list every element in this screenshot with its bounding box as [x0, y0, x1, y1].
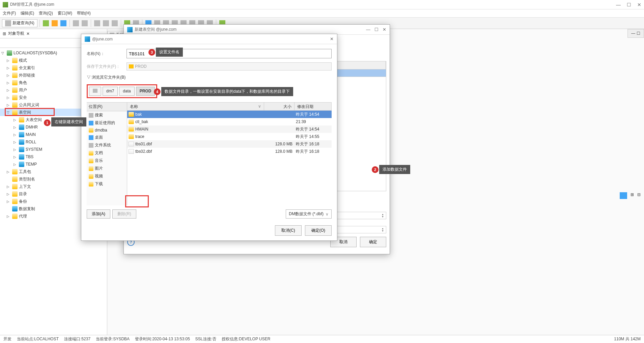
folder-icon	[12, 87, 18, 93]
col-name[interactable]: 名称 ∨	[127, 103, 264, 110]
menu-help[interactable]: 帮助(H)	[77, 10, 91, 16]
file-date: 昨天于 14:55	[295, 134, 332, 140]
dialog-icon	[127, 27, 133, 32]
menu-edit[interactable]: 编辑(E)	[21, 10, 34, 16]
menu-window[interactable]: 窗口(W)	[58, 10, 72, 16]
redo-button[interactable]	[81, 19, 89, 27]
minimize-view-icon[interactable]: —	[631, 31, 635, 36]
disk-icon	[89, 143, 93, 148]
server-icon	[7, 50, 12, 56]
file-list[interactable]: 名称 ∨ 大小 修改日期 bak昨天于 14:54ctl_bak21:39HMA…	[127, 103, 332, 205]
savein-row: 保存于文件夹(F)： PROD	[87, 62, 332, 70]
menu-file[interactable]: 文件(F)	[3, 10, 16, 16]
file-name: tbs01.dbf	[135, 142, 264, 146]
folder-icon	[12, 95, 18, 100]
maximize-button[interactable]: ☐	[627, 2, 631, 7]
export-icon	[60, 20, 66, 26]
breadcrumb-root[interactable]	[89, 87, 101, 96]
expand-icon[interactable]: ▽	[1, 51, 5, 55]
file-row[interactable]: tbs01.dbf128.0 MB昨天于 16:18	[127, 140, 332, 148]
sidebar-dmdba[interactable]: dmdba	[87, 127, 127, 134]
savein-combo[interactable]: PROD	[127, 62, 332, 70]
right-view-controls: ⊞ ⊟	[620, 192, 641, 199]
breadcrumb-prod[interactable]: PROD	[136, 87, 155, 96]
file-name: ctl_bak	[135, 119, 264, 124]
annotation-tooltip-2: 添加数据文件	[379, 165, 410, 174]
file-date: 21:39	[295, 119, 332, 124]
file-list-header: 名称 ∨ 大小 修改日期	[127, 103, 332, 111]
tb-icon-6[interactable]	[93, 19, 101, 27]
folder-icon	[12, 110, 18, 115]
tb-icon-1[interactable]	[42, 19, 50, 27]
breadcrumb-dm7[interactable]: dm7	[103, 87, 118, 96]
annotation-tooltip-4: 数据文件目录，一般设置在安装目录的data下，和数据库同名的目录下	[161, 87, 293, 96]
tb-icon-3[interactable]	[59, 19, 67, 27]
sidebar-videos[interactable]: 视频	[87, 172, 127, 180]
file-date: 昨天于 14:54	[295, 112, 332, 117]
folder-icon	[12, 169, 18, 174]
folder-icon	[12, 65, 18, 70]
window-title: DM管理工具 @june.com	[10, 2, 616, 7]
spinner-buttons[interactable]: ▲▼	[382, 213, 384, 218]
file-row[interactable]: bak昨天于 14:54	[127, 111, 332, 118]
sidebar-add-button[interactable]: 添加(A)	[87, 209, 110, 219]
tb-icon-8[interactable]	[111, 19, 119, 27]
perspective-prev-icon[interactable]: ⊞	[631, 192, 634, 199]
file-row[interactable]: tbs02.dbf128.0 MB昨天于 16:18	[127, 148, 332, 155]
perspective-icon[interactable]	[620, 192, 627, 199]
new-query-button[interactable]: 新建查询(N)	[2, 19, 37, 27]
minimize-button[interactable]: —	[616, 2, 621, 7]
dialog2-cancel-button[interactable]: 取消(C)	[275, 225, 302, 236]
folder-icon	[12, 191, 18, 197]
sidebar-recent[interactable]: 最近使用的	[87, 119, 127, 127]
close-button[interactable]: ✕	[637, 2, 641, 7]
folder-icon	[129, 119, 134, 124]
tablespace-icon	[19, 132, 24, 137]
file-type-combo[interactable]: DM数据文件 (*.dbf) ∨	[286, 209, 332, 219]
window-controls: — ☐ ✕	[616, 2, 641, 7]
dialog2-titlebar[interactable]: @june.com ✕	[81, 34, 337, 44]
dialog1-maximize-button[interactable]: ☐	[374, 27, 379, 32]
tb-icon-2[interactable]	[51, 19, 59, 27]
annotation-tooltip-1: 右键新建表空间	[51, 117, 86, 126]
tb-icon-7[interactable]	[102, 19, 110, 27]
annotation-badge-1: 1	[44, 119, 51, 126]
col-size[interactable]: 大小	[264, 103, 295, 110]
navigator-tab-close-icon[interactable]: ✕	[26, 31, 30, 36]
dialog1-titlebar[interactable]: 新建表空间 @june.com — ☐ ✕	[124, 25, 390, 35]
status-logintime: 登录时间:2020-04-13 13:53:05	[135, 336, 190, 342]
folder-icon	[89, 128, 93, 133]
file-row[interactable]: ctl_bak21:39	[127, 118, 332, 125]
file-name: trace	[135, 134, 264, 139]
dialog1-close-button[interactable]: ✕	[383, 27, 386, 32]
dialog2-close-button[interactable]: ✕	[330, 36, 334, 41]
undo-button[interactable]	[72, 19, 80, 27]
sidebar-desktop[interactable]: 桌面	[87, 134, 127, 141]
dialog1-minimize-button[interactable]: —	[366, 27, 370, 32]
menu-query[interactable]: 查询(Q)	[39, 10, 53, 16]
sidebar-search[interactable]: 搜索	[87, 111, 127, 119]
file-size: 128.0 MB	[264, 149, 295, 154]
perspective-selector[interactable]: — ☐	[627, 29, 644, 38]
breadcrumb-data[interactable]: data	[119, 87, 134, 96]
sidebar-downloads[interactable]: 下载	[87, 180, 127, 188]
perspective-next-icon[interactable]: ⊟	[637, 192, 641, 199]
col-date[interactable]: 修改日期	[295, 103, 332, 110]
sidebar-documents[interactable]: 文档	[87, 149, 127, 157]
file-row[interactable]: HMAIN昨天于 14:54	[127, 125, 332, 133]
location-sidebar: 位置(R) 搜索 最近使用的 dmdba 桌面 文件系统 文档 音乐 图片 视频…	[87, 103, 127, 205]
sidebar-filesystem[interactable]: 文件系统	[87, 141, 127, 149]
navigator-tab-label[interactable]: 对象导航	[8, 31, 24, 36]
status-ssl: SSL连接:否	[195, 336, 216, 342]
dialog1-ok-button[interactable]: 确定	[360, 237, 386, 247]
file-row[interactable]: trace昨天于 14:55	[127, 133, 332, 140]
sidebar-del-button: 删除(R)	[112, 209, 136, 219]
maximize-view-icon[interactable]: ☐	[637, 31, 640, 36]
spinner-buttons[interactable]: ▲▼	[382, 227, 384, 232]
tablespace-icon	[19, 154, 24, 160]
sidebar-music[interactable]: 音乐	[87, 157, 127, 165]
sidebar-pictures[interactable]: 图片	[87, 165, 127, 172]
main-titlebar: DM管理工具 @june.com — ☐ ✕	[0, 0, 644, 9]
browse-section-label[interactable]: ▽ 浏览其它文件夹(B)	[87, 75, 332, 80]
dialog2-ok-button[interactable]: 确定(O)	[305, 225, 332, 236]
